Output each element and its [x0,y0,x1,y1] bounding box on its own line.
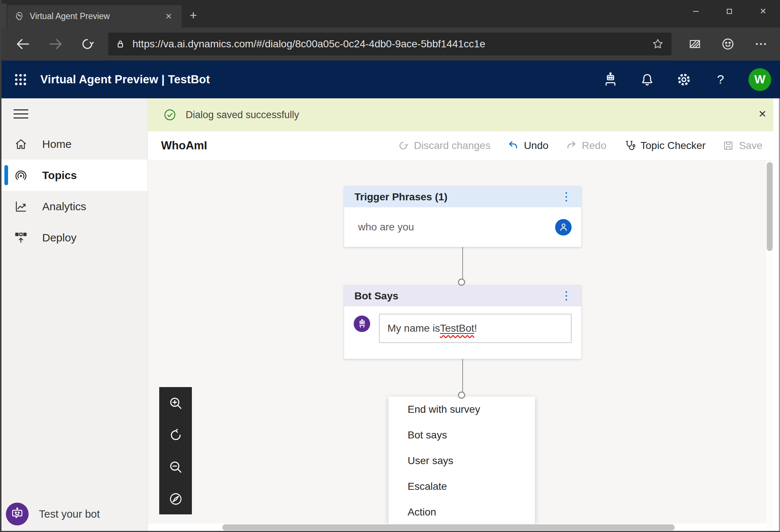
menu-item-action[interactable]: Action [389,499,535,525]
vertical-scrollbar-thumb[interactable] [767,162,773,251]
trigger-node-title: Trigger Phrases (1) [354,191,560,203]
bell-icon [639,72,655,88]
minimize-button[interactable] [679,0,712,23]
bot-robot-button[interactable] [602,71,619,88]
save-button[interactable]: Save [722,140,762,152]
menu-item-user-says[interactable]: User says [389,448,535,474]
content-area: Dialog saved successfully ✕ WhoAmI Disca… [147,98,780,532]
bot-node-menu-button[interactable] [560,289,572,303]
menu-item-end-with-survey[interactable]: End with survey [389,397,535,422]
window-controls: ✕ [679,0,780,23]
bot-message-word: TestBot [440,323,474,334]
stethoscope-icon [623,139,636,152]
window-left-edge [0,0,1,532]
sidebar-item-label: Topics [42,169,77,182]
menu-item-escalate[interactable]: Escalate [389,474,535,499]
favorites-star-button[interactable] [651,37,665,51]
new-tab-button[interactable]: + [185,8,201,22]
navigate-compass-button[interactable] [159,483,192,515]
sidebar: Home Topics Analytics [0,98,147,532]
zoom-in-icon [168,396,183,411]
smiley-icon [721,37,735,51]
refresh-button[interactable] [77,34,98,54]
maximize-button[interactable] [712,0,746,23]
save-icon [722,140,734,152]
waffle-icon [13,72,28,87]
url-text: https://va.ai.dynamics.com/#/dialog/8c00… [132,38,651,50]
zoom-toolbar [159,387,192,514]
bot-says-node[interactable]: Bot Says [344,285,581,359]
web-note-icon [688,37,702,51]
trigger-phrase-text[interactable]: who are you [358,221,555,233]
notifications-button[interactable] [638,71,656,88]
undo-label: Undo [524,140,548,152]
trigger-phrases-node[interactable]: Trigger Phrases (1) who are you [344,186,581,247]
topic-checker-button[interactable]: Topic Checker [623,139,706,152]
forward-arrow-icon [48,36,64,52]
sidebar-collapse-button[interactable] [14,107,29,120]
maximize-icon [727,9,732,14]
sidebar-item-deploy[interactable]: Deploy [0,222,147,253]
feedback-smiley-button[interactable] [718,34,738,54]
browser-tab[interactable]: Virtual Agent Preview ✕ [7,5,182,28]
sidebar-item-topics[interactable]: Topics [0,160,147,191]
banner-close-button[interactable]: ✕ [756,108,769,120]
sidebar-item-analytics[interactable]: Analytics [0,191,147,222]
redo-button[interactable]: Redo [565,140,606,152]
bot-node-title: Bot Says [354,290,560,302]
flow-canvas[interactable]: Trigger Phrases (1) who are you [148,160,780,532]
app-title: Virtual Agent Preview | TestBot [40,73,210,86]
help-button[interactable]: ? [712,71,729,88]
trigger-node-body: who are you [344,207,581,247]
trigger-node-header: Trigger Phrases (1) [344,186,581,207]
forward-button[interactable] [45,34,66,54]
add-node-connector[interactable] [458,391,465,399]
web-note-button[interactable] [685,34,705,54]
user-person-icon [555,219,572,236]
undo-button[interactable]: Undo [507,140,548,152]
home-icon [14,137,28,152]
window-close-button[interactable]: ✕ [746,0,780,23]
menu-item-bot-says[interactable]: Bot says [389,422,535,448]
tab-strip: Virtual Agent Preview ✕ + ✕ [0,0,780,28]
sidebar-item-label: Home [42,138,72,150]
deploy-icon [14,230,28,245]
connector-line [462,359,463,392]
discard-changes-button[interactable]: Discard changes [397,140,491,152]
add-node-connector[interactable] [458,278,465,286]
reset-view-button[interactable] [159,419,192,451]
settings-button[interactable] [675,71,693,88]
save-label: Save [739,140,762,152]
discard-icon [397,140,409,152]
success-banner: Dialog saved successfully ✕ [148,98,780,131]
sidebar-nav: Home Topics Analytics [0,128,147,253]
bot-robot-avatar-icon [354,316,370,332]
horizontal-scrollbar-thumb[interactable] [222,524,675,531]
bot-node-body: My name is TestBot! [344,306,581,359]
browser-menu-button[interactable] [751,34,771,54]
discard-label: Discard changes [414,140,491,152]
robot-icon [602,71,619,88]
minimize-icon [693,11,699,12]
address-bar[interactable]: https://va.ai.dynamics.com/#/dialog/8c00… [108,33,671,55]
tab-title: Virtual Agent Preview [30,11,163,21]
tab-favicon-icon [14,11,24,21]
zoom-in-button[interactable] [159,387,192,419]
bot-message-input[interactable]: My name is TestBot! [379,314,572,343]
back-button[interactable] [12,34,33,54]
trigger-node-menu-button[interactable] [560,190,572,204]
tab-close-button[interactable]: ✕ [163,10,175,23]
browser-navbar: https://va.ai.dynamics.com/#/dialog/8c00… [0,28,780,61]
waffle-menu-button[interactable] [11,70,30,89]
ellipsis-icon [754,37,768,51]
back-arrow-icon [15,36,31,52]
sidebar-item-home[interactable]: Home [0,128,147,160]
user-avatar[interactable]: W [748,68,771,91]
connector-line [462,247,463,279]
zoom-out-button[interactable] [159,451,192,483]
test-your-bot-button[interactable]: Test your bot [6,503,100,525]
bot-message-prefix: My name is [387,323,440,334]
main-area: Home Topics Analytics [0,98,780,532]
redo-label: Redo [582,140,606,152]
refresh-icon [80,36,95,52]
